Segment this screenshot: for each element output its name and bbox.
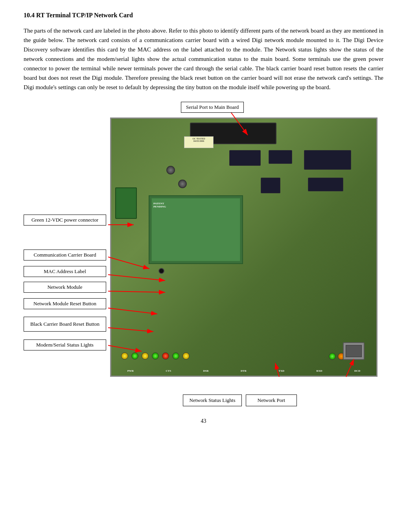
light-dcd <box>182 352 190 360</box>
light-dtr <box>152 352 159 360</box>
green-connector-label: Green 12-VDC power connector <box>24 215 106 226</box>
serial-port-label: Serial Port to Main Board <box>181 102 244 113</box>
network-module-reset-label: Network Module Reset Button <box>24 298 106 309</box>
capacitor-2 <box>178 180 187 188</box>
oc-tested-sticker: OC TESTED04/05/2006 <box>184 136 214 148</box>
chip-2 <box>269 150 292 164</box>
mac-address-text-label: MAC Address Label <box>24 266 106 277</box>
network-port-label: Network Port <box>246 394 297 406</box>
light-dsr <box>142 352 149 360</box>
network-status-lights <box>329 353 345 360</box>
light-pwr <box>121 352 128 360</box>
pcb-photo: MAC ADDRESS 00:40:9D:38:00:29 A PATENTPE… <box>110 117 378 377</box>
light-rxd <box>172 352 179 360</box>
section-title: 10.4 RT Terminal TCP/IP Network Card <box>24 12 383 19</box>
comm-carrier-label: Communication Carrier Board <box>24 249 106 260</box>
network-status-label: Network Status Lights <box>183 394 242 406</box>
network-port-connector <box>343 342 365 360</box>
chip-1 <box>229 150 261 166</box>
network-module-label: Network Module <box>24 282 106 293</box>
net-light-1 <box>329 353 336 360</box>
chip-5 <box>308 178 343 191</box>
light-cts <box>131 352 138 360</box>
pcb-label-text: PWR CTS DSR DTR TXD RXD DCD <box>111 369 376 372</box>
body-paragraph: The parts of the network card are labele… <box>24 26 383 92</box>
black-reset-button <box>158 268 164 274</box>
black-carrier-reset-label: Black Carrier Board Reset Button <box>24 317 106 332</box>
page-number: 43 <box>24 418 383 424</box>
bottom-labels: Network Status Lights Network Port <box>183 394 297 406</box>
diagram-area: Serial Port to Main Board MAC ADDRESS 00… <box>24 100 383 406</box>
chip-3 <box>304 150 351 170</box>
network-module-board: PATENTPENDING <box>149 195 243 264</box>
status-lights-row <box>121 350 306 362</box>
chip-4 <box>261 178 280 193</box>
capacitor-1 <box>166 166 175 174</box>
green-power-connector <box>115 187 137 219</box>
modem-serial-label: Modem/Serial Status Lights <box>24 339 106 350</box>
light-txd <box>162 352 169 360</box>
